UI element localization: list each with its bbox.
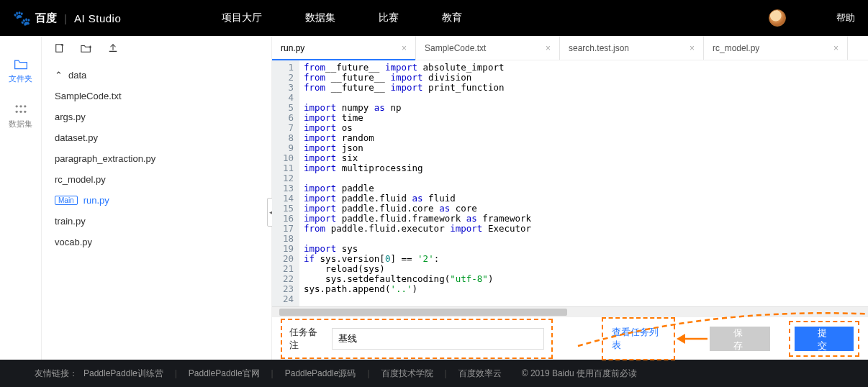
footer-copyright: © 2019 Baidu 使用百度前必读 bbox=[522, 368, 637, 380]
svg-point-1 bbox=[19, 105, 22, 107]
footer: 友情链接： PaddlePaddle训练营| PaddlePaddle官网| P… bbox=[0, 360, 868, 387]
close-icon[interactable]: × bbox=[690, 43, 695, 53]
folder-data[interactable]: ⌃ data bbox=[42, 65, 271, 86]
file-train[interactable]: train.py bbox=[42, 211, 271, 232]
footer-label: 友情链接： bbox=[35, 368, 78, 380]
submit-highlight: 提交 bbox=[789, 321, 859, 357]
tab-rc-model[interactable]: rc_model.py× bbox=[704, 36, 848, 60]
svg-point-4 bbox=[19, 111, 22, 113]
bottom-bar: 任务备注 查看任务列表 保存 提交 bbox=[272, 317, 868, 360]
remark-group: 任务备注 bbox=[281, 319, 553, 359]
file-vocab[interactable]: vocab.py bbox=[42, 232, 271, 252]
folder-icon bbox=[14, 58, 28, 70]
side-rail: 文件夹 数据集 bbox=[0, 36, 42, 360]
tab-samplecode[interactable]: SampleCode.txt× bbox=[416, 36, 560, 60]
file-tree: ⌃ data SampleCode.txt args.py dataset.py… bbox=[42, 62, 271, 255]
baidu-paw-icon: 🐾 bbox=[13, 9, 31, 27]
topbar: 🐾 百度 | AI Studio 项目大厅 数据集 比赛 教育 帮助 bbox=[0, 0, 868, 36]
file-dataset[interactable]: dataset.py bbox=[42, 127, 271, 148]
svg-point-2 bbox=[24, 105, 26, 107]
new-file-icon[interactable] bbox=[55, 43, 65, 55]
nav-edu[interactable]: 教育 bbox=[442, 12, 462, 24]
new-folder-icon[interactable] bbox=[81, 43, 92, 55]
upload-icon[interactable] bbox=[108, 43, 118, 55]
close-icon[interactable]: × bbox=[402, 43, 407, 53]
svg-point-5 bbox=[24, 111, 26, 113]
brand-baidu: 百度 bbox=[35, 12, 57, 25]
remark-label: 任务备注 bbox=[289, 326, 325, 352]
brand-studio: AI Studio bbox=[74, 12, 121, 24]
logo[interactable]: 🐾 百度 | AI Studio bbox=[13, 9, 121, 27]
annotation-arrow-back bbox=[675, 330, 711, 347]
footer-link[interactable]: 百度技术学院 bbox=[381, 368, 433, 380]
svg-point-0 bbox=[15, 105, 17, 107]
nav-dataset[interactable]: 数据集 bbox=[305, 12, 335, 24]
code-view[interactable]: 1 2 3 4 5 6 7 8 9 10 11 12 13 14 15 16 1… bbox=[272, 60, 868, 306]
chevron-icon: ⌃ bbox=[55, 70, 63, 81]
tab-search-test[interactable]: search.test.json× bbox=[560, 36, 704, 60]
remark-input[interactable] bbox=[332, 328, 544, 350]
code-text[interactable]: from__future__ import absolute_import fr… bbox=[299, 60, 868, 306]
file-samplecode[interactable]: SampleCode.txt bbox=[42, 86, 271, 106]
submit-button[interactable]: 提交 bbox=[795, 327, 854, 351]
editor-area: ◀ run.py× SampleCode.txt× search.test.js… bbox=[272, 36, 868, 360]
file-toolbar bbox=[42, 36, 271, 62]
file-panel: ⌃ data SampleCode.txt args.py dataset.py… bbox=[42, 36, 272, 360]
file-rc-model[interactable]: rc_model.py bbox=[42, 169, 271, 190]
nav-hall[interactable]: 项目大厅 bbox=[222, 12, 262, 24]
main-badge: Main bbox=[55, 196, 78, 205]
footer-link[interactable]: 百度效率云 bbox=[458, 368, 502, 380]
footer-link[interactable]: PaddlePaddle官网 bbox=[189, 368, 260, 380]
editor-tabs: run.py× SampleCode.txt× search.test.json… bbox=[272, 36, 868, 60]
nav-help[interactable]: 帮助 bbox=[836, 12, 855, 24]
file-paragraph-extraction[interactable]: paragraph_extraction.py bbox=[42, 148, 271, 169]
line-gutter: 1 2 3 4 5 6 7 8 9 10 11 12 13 14 15 16 1… bbox=[272, 60, 299, 306]
main-nav: 项目大厅 数据集 比赛 教育 bbox=[222, 12, 462, 24]
svg-point-3 bbox=[15, 111, 17, 113]
avatar[interactable] bbox=[769, 9, 786, 27]
file-run[interactable]: Main run.py bbox=[42, 190, 271, 211]
footer-link[interactable]: PaddlePaddle训练营 bbox=[83, 368, 163, 380]
file-args[interactable]: args.py bbox=[42, 106, 271, 127]
svg-rect-6 bbox=[56, 44, 63, 52]
close-icon[interactable]: × bbox=[833, 43, 838, 53]
close-icon[interactable]: × bbox=[546, 43, 551, 53]
footer-link[interactable]: PaddlePaddle源码 bbox=[285, 368, 356, 380]
horizontal-scrollbar[interactable] bbox=[272, 306, 868, 317]
tab-run[interactable]: run.py× bbox=[272, 36, 416, 60]
nav-contest[interactable]: 比赛 bbox=[379, 12, 399, 24]
scrollbar-thumb[interactable] bbox=[279, 309, 567, 316]
brand-separator: | bbox=[64, 12, 67, 24]
side-datasets[interactable]: 数据集 bbox=[0, 96, 41, 137]
dataset-icon bbox=[14, 103, 28, 116]
side-files[interactable]: 文件夹 bbox=[0, 50, 41, 91]
view-task-list[interactable]: 查看任务列表 bbox=[602, 317, 675, 360]
save-button[interactable]: 保存 bbox=[710, 327, 770, 351]
